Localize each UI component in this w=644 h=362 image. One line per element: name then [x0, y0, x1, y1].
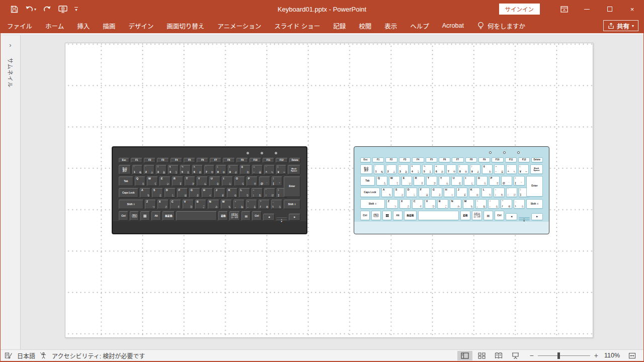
tab-4[interactable]: デザイン	[122, 18, 160, 33]
tab-2[interactable]: 挿入	[70, 18, 96, 33]
reading-view-button[interactable]	[491, 351, 506, 360]
undo-icon[interactable]: ▾	[25, 6, 36, 13]
zoom-slider-handle[interactable]	[557, 352, 560, 359]
tab-11[interactable]: ヘルプ	[404, 18, 436, 33]
zoom-level[interactable]: 110%	[604, 352, 620, 359]
key-h: Hく	[202, 188, 213, 198]
thumbnail-pane-collapsed[interactable]: › サムネイル	[1, 35, 21, 349]
spellcheck-icon[interactable]	[5, 352, 13, 359]
normal-view-button[interactable]	[457, 351, 472, 360]
tab-0[interactable]: ファイル	[1, 18, 39, 33]
keyboard-leds	[119, 150, 300, 156]
key-6: &6お	[192, 165, 203, 174]
led-indicator	[261, 152, 263, 154]
keyboard-row-5: Shift ⇧ZつXさCそVひBこNみMも<,ね>.る?/め_\ろShift ⇧	[360, 199, 543, 209]
led-indicator	[247, 152, 249, 154]
key-9: )9よ	[470, 164, 480, 174]
led-indicator	[489, 151, 492, 154]
keyboard-row-2: 半/全 漢字!1ぬ"2ふ#3あ$4う%5え&6お'7や(8ゆ)9よ0わ=-ほ~^…	[360, 164, 543, 174]
tab-7[interactable]: スライド ショー	[268, 18, 327, 33]
key-8: (8ゆ	[458, 164, 468, 174]
tab-acrobat[interactable]: Acrobat	[436, 18, 470, 33]
key-j: Jま	[214, 188, 225, 198]
save-icon[interactable]	[11, 6, 18, 13]
tab-10[interactable]: 表示	[378, 18, 404, 33]
key-windows	[140, 211, 150, 221]
key-delete: Delete	[531, 157, 543, 162]
sign-in-button[interactable]: サインイン	[499, 4, 540, 15]
key-g: Gき	[189, 188, 200, 198]
keyboard-image-dark[interactable]: EscF1F2F3F4F5F6F7F8F9F10F11F12Delete半/全 …	[112, 146, 307, 234]
key-space	[418, 211, 459, 220]
zoom-in-button[interactable]: +	[594, 351, 598, 359]
key-i: Iに	[222, 176, 233, 186]
tab-8[interactable]: 記録	[327, 18, 352, 33]
accessibility-icon[interactable]	[40, 352, 47, 359]
key-f11: F11	[263, 158, 274, 163]
key-h: Hく	[444, 188, 455, 197]
tab-5[interactable]: 画面切り替え	[160, 18, 211, 33]
fit-slide-to-window-button[interactable]	[625, 351, 639, 360]
key-f3: F3	[157, 158, 169, 163]
key-shift-left: Shift ⇧	[119, 200, 143, 209]
key-f12: F12	[518, 157, 530, 162]
key-8: (8ゆ	[216, 165, 226, 174]
accessibility-status[interactable]: アクセシビリティ: 検討が必要です	[52, 351, 145, 360]
key-shift-right: Shift ⇧	[284, 200, 300, 209]
key-alt: Alt	[393, 211, 403, 220]
maximize-button[interactable]	[598, 0, 621, 18]
expand-pane-chevron-icon[interactable]: ›	[9, 41, 11, 49]
key-f8: F8	[223, 158, 234, 163]
redo-icon[interactable]	[43, 6, 51, 13]
key-f4: F4	[412, 157, 424, 162]
key-key: ?/め	[259, 200, 270, 209]
key-z: Zつ	[145, 200, 156, 209]
tab-3[interactable]: 描画	[96, 18, 122, 33]
key-l: Lり	[239, 188, 250, 198]
keyboard-image-light[interactable]: EscF1F2F3F4F5F6F7F8F9F10F11F12Delete半/全 …	[354, 146, 549, 234]
key-key: `@゛	[501, 176, 512, 186]
key-m: Mも	[463, 199, 474, 209]
slide-sorter-button[interactable]	[474, 351, 489, 360]
key-henkan: 変換	[460, 211, 470, 220]
windows-logo-icon	[144, 215, 146, 217]
slide-canvas[interactable]: EscF1F2F3F4F5F6F7F8F9F10F11F12Delete半/全 …	[65, 43, 593, 338]
key-x: Xさ	[399, 199, 411, 209]
tab-9[interactable]: 校閲	[352, 18, 378, 33]
ribbon-display-options-icon[interactable]	[553, 0, 576, 18]
menu-key-icon: ▤	[245, 214, 248, 218]
tell-me-search[interactable]: 何をしますか	[477, 21, 525, 31]
key-enter: Enter	[526, 176, 543, 197]
undo-caret-icon[interactable]: ▾	[34, 7, 36, 12]
key-tab: Tab	[119, 176, 133, 186]
key-v: Vひ	[425, 199, 436, 209]
key-ctrl-left: Ctrl	[360, 211, 370, 220]
share-button[interactable]: 共有 ▾	[603, 20, 638, 31]
key-f2: F2	[385, 157, 397, 162]
key-tab: Tab	[360, 176, 375, 186]
key-arrow-right: ▶	[289, 214, 300, 221]
key-shift-left: Shift ⇧	[360, 199, 385, 209]
key-p: Pせ	[489, 176, 500, 186]
zoom-control: − +	[530, 351, 598, 359]
key-2: "2ふ	[144, 165, 154, 174]
close-button[interactable]: ×	[621, 0, 643, 18]
key-backspace: Back Space	[288, 165, 300, 174]
led-indicator	[517, 151, 520, 154]
customize-qat-icon[interactable]: ▾	[74, 7, 78, 11]
zoom-slider[interactable]	[538, 355, 590, 356]
key-f12: F12	[276, 158, 287, 163]
keyboard-row-6: CtrlFnAlt無変換変換カタカナ ひらがな ローマ字▤Ctrl◀▲▼▶	[360, 211, 543, 220]
key-f9: F9	[236, 158, 248, 163]
tab-6[interactable]: アニメーション	[211, 18, 268, 33]
key-arrow-down: ▼	[519, 219, 529, 220]
key-u: Uな	[209, 176, 220, 186]
language-indicator[interactable]: 日本語	[17, 351, 35, 360]
zoom-out-button[interactable]: −	[530, 351, 534, 359]
start-slideshow-icon[interactable]	[58, 6, 67, 13]
minimize-button[interactable]	[576, 0, 598, 18]
key-katakana-hiragana: カタカナ ひらがな ローマ字	[229, 211, 239, 221]
slideshow-view-button[interactable]	[508, 351, 523, 360]
key-key: ~^へ	[264, 165, 275, 174]
tab-1[interactable]: ホーム	[39, 18, 70, 33]
